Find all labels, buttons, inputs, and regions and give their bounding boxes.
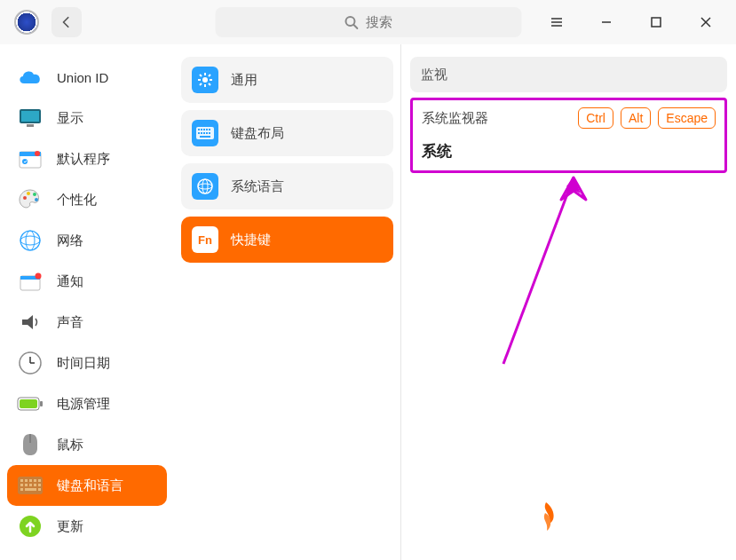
svg-rect-32 xyxy=(40,401,43,406)
keycap: Ctrl xyxy=(578,107,613,129)
sidebar: Union ID 显示 默认程序 个性化 网络 通知 声音 时间日期 xyxy=(0,44,174,560)
svg-point-49 xyxy=(202,77,208,83)
search-icon xyxy=(344,15,359,29)
detail-panel: 监视 系统监视器 Ctrl Alt Escape 系统 xyxy=(401,44,736,560)
sidebar-item-default-apps[interactable]: 默认程序 xyxy=(7,138,167,179)
cloud-icon xyxy=(16,63,44,91)
flame-icon xyxy=(533,501,559,536)
tab-shortcut[interactable]: Fn 快捷键 xyxy=(181,217,393,263)
svg-point-14 xyxy=(22,159,28,164)
battery-icon xyxy=(16,390,44,418)
fn-key-icon: Fn xyxy=(192,226,218,253)
svg-rect-47 xyxy=(38,488,41,491)
sidebar-item-label: 网络 xyxy=(57,233,83,249)
svg-point-71 xyxy=(198,184,212,189)
svg-rect-31 xyxy=(20,399,37,408)
svg-rect-35 xyxy=(20,479,23,482)
clock-icon xyxy=(16,349,44,377)
keycap: Alt xyxy=(621,107,651,129)
tab-general[interactable]: 通用 xyxy=(181,57,393,103)
svg-rect-67 xyxy=(206,132,208,134)
svg-rect-69 xyxy=(200,136,210,138)
svg-rect-39 xyxy=(38,479,41,482)
display-icon xyxy=(16,104,44,132)
tab-system-language[interactable]: 系统语言 xyxy=(181,163,393,209)
sidebar-item-update[interactable]: 更新 xyxy=(7,506,167,547)
svg-line-1 xyxy=(354,25,358,28)
sidebar-item-label: 显示 xyxy=(57,110,83,127)
shortcut-keys: Ctrl Alt Escape xyxy=(578,107,716,129)
network-icon xyxy=(16,226,44,255)
close-button[interactable] xyxy=(695,12,716,33)
palette-icon xyxy=(16,185,44,214)
svg-point-18 xyxy=(33,193,36,196)
notification-icon xyxy=(16,267,44,296)
svg-rect-40 xyxy=(20,484,23,486)
minimize-button[interactable] xyxy=(596,12,617,33)
sidebar-item-label: 鼠标 xyxy=(57,437,83,454)
svg-rect-10 xyxy=(21,111,39,122)
svg-rect-36 xyxy=(25,479,28,482)
search-input[interactable]: 搜索 xyxy=(215,7,521,37)
svg-marker-74 xyxy=(566,177,581,193)
keyboard-icon xyxy=(16,471,44,500)
sidebar-item-datetime[interactable]: 时间日期 xyxy=(7,343,167,383)
tab-label: 系统语言 xyxy=(231,178,284,195)
keycap: Escape xyxy=(658,107,716,129)
svg-point-70 xyxy=(198,179,212,193)
svg-rect-38 xyxy=(34,479,36,482)
sidebar-item-unionid[interactable]: Union ID xyxy=(7,57,167,98)
sidebar-item-label: 更新 xyxy=(57,518,83,535)
svg-line-56 xyxy=(200,83,202,85)
sidebar-item-label: Union ID xyxy=(57,70,108,85)
sidebar-item-display[interactable]: 显示 xyxy=(7,98,167,138)
back-button[interactable] xyxy=(51,7,82,37)
svg-rect-42 xyxy=(29,484,32,486)
svg-point-22 xyxy=(26,231,35,250)
svg-line-73 xyxy=(503,177,574,364)
keyboard-small-icon xyxy=(192,120,218,146)
sidebar-item-sound[interactable]: 声音 xyxy=(7,302,167,343)
svg-marker-75 xyxy=(565,177,579,197)
tab-label: 键盘布局 xyxy=(231,125,284,142)
sidebar-item-notification[interactable]: 通知 xyxy=(7,261,167,302)
sidebar-item-network[interactable]: 网络 xyxy=(7,220,167,261)
svg-rect-37 xyxy=(29,479,32,482)
svg-rect-60 xyxy=(201,129,202,130)
maximize-button[interactable] xyxy=(645,12,667,33)
tab-label: 通用 xyxy=(231,72,257,89)
svg-point-19 xyxy=(35,198,38,201)
sidebar-item-label: 通知 xyxy=(57,273,83,290)
annotation-highlight: 系统监视器 Ctrl Alt Escape 系统 xyxy=(410,98,727,173)
mouse-icon xyxy=(16,430,44,459)
search-placeholder: 搜索 xyxy=(366,14,392,31)
svg-rect-11 xyxy=(27,124,34,127)
svg-rect-66 xyxy=(203,132,205,134)
svg-rect-61 xyxy=(203,129,205,130)
gear-icon xyxy=(192,67,218,93)
app-logo-icon xyxy=(14,10,39,35)
sidebar-item-personalization[interactable]: 个性化 xyxy=(7,179,167,220)
svg-rect-43 xyxy=(34,484,36,486)
sidebar-item-power[interactable]: 电源管理 xyxy=(7,383,167,424)
speaker-icon xyxy=(16,308,44,336)
svg-rect-64 xyxy=(198,132,200,134)
svg-rect-41 xyxy=(25,484,28,486)
shortcut-label: 系统监视器 xyxy=(422,110,488,127)
sidebar-item-label: 个性化 xyxy=(57,192,97,209)
svg-point-72 xyxy=(202,179,208,193)
svg-rect-68 xyxy=(209,132,210,134)
sidebar-item-keyboard-language[interactable]: 键盘和语言 xyxy=(7,465,167,506)
sidebar-item-mouse[interactable]: 鼠标 xyxy=(7,424,167,465)
menu-button[interactable] xyxy=(546,12,567,33)
svg-point-25 xyxy=(36,273,42,280)
svg-rect-45 xyxy=(20,488,23,491)
default-app-icon xyxy=(16,145,44,173)
svg-point-15 xyxy=(35,151,40,156)
chevron-left-icon xyxy=(60,16,73,28)
tab-keyboard-layout[interactable]: 键盘布局 xyxy=(181,110,393,156)
shortcut-row[interactable]: 系统监视器 Ctrl Alt Escape xyxy=(422,107,716,129)
svg-rect-59 xyxy=(198,129,200,130)
section-header-text: 监视 xyxy=(421,67,447,83)
tab-label: 快捷键 xyxy=(231,232,271,248)
